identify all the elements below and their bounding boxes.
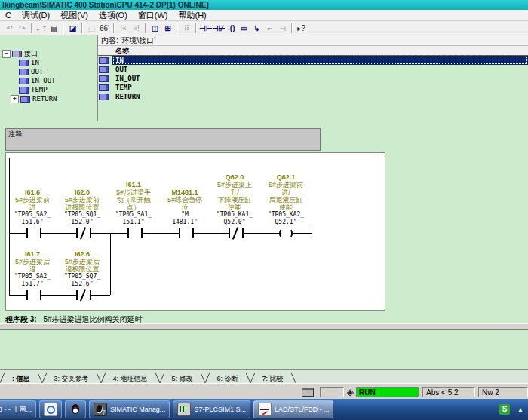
operand-comment-line: 进 <box>7 204 58 211</box>
no-contact-symbol[interactable] <box>179 228 194 238</box>
operand-address: I62.6 <box>57 250 108 258</box>
ladder-element-I61.1[interactable]: I61.15#步进梁手动（常开触点）"TP05_SA1_I51.1" <box>108 181 159 226</box>
goto-prev-error-icon[interactable]: !« <box>117 23 130 34</box>
tab-3[interactable]: 4: 地址信息 <box>101 373 160 384</box>
no-contact-symbol[interactable] <box>26 290 41 300</box>
menu-item-0[interactable]: C <box>0 10 17 20</box>
lad-icon <box>258 403 272 416</box>
network-title: 5#步进梁进退比例阀关闭延时 <box>43 315 142 323</box>
coil-symbol[interactable] <box>279 228 293 238</box>
operand-symbol-line: 1481.1" <box>159 219 210 226</box>
title-bar[interactable]: lkingbeam\SIMATIC 400 Station\CPU 414-2 … <box>0 0 528 10</box>
expand-icon[interactable]: + <box>11 95 19 103</box>
cpu-mode-field: RUN <box>356 387 419 397</box>
table-row-temp[interactable]: TEMP <box>98 83 528 92</box>
tab-4[interactable]: 5: 修改 <box>160 373 205 384</box>
no-contact-symbol[interactable] <box>127 228 143 238</box>
ladder-element-Q62.0[interactable]: Q62.05#步进梁上升/下降液压缸使能"TP05_KA1_Q52.0" <box>209 173 260 226</box>
operand-comment-line: 5#步进梁后 <box>57 258 108 265</box>
row-name-cell: IN <box>112 56 528 65</box>
nc-slash <box>232 227 238 240</box>
nc-contact-symbol[interactable] <box>76 290 91 300</box>
menu-item-2[interactable]: 视图(V) <box>55 10 94 20</box>
insert-box-icon[interactable]: ▭ <box>238 23 250 34</box>
declaration-icon <box>99 84 109 91</box>
menu-item-5[interactable]: 帮助(H) <box>173 10 212 20</box>
ladder-element-M1481.1[interactable]: M1481.15#综合急停位"M1481.1" <box>159 189 210 226</box>
program-elements-icon[interactable]: ⬚ <box>85 23 98 34</box>
open-branch-icon[interactable]: ↳ <box>250 23 263 34</box>
table-row-in_out[interactable]: IN_OUT <box>98 74 528 83</box>
nc-contact-symbol[interactable] <box>229 228 244 238</box>
content-value: '环境\接口' <box>121 36 156 44</box>
taskbar-button-qq[interactable] <box>65 400 86 418</box>
declaration-icon <box>99 75 109 82</box>
operand-comment-line: 下降液压缸 <box>209 196 260 204</box>
declaration-icon <box>99 94 109 100</box>
taskbar-button-simatic[interactable]: SIMATIC Manag... <box>89 400 170 418</box>
monitor-glasses-icon[interactable]: 66' <box>98 23 111 34</box>
operand-symbol-line: "TP05_KA2_ <box>260 211 312 219</box>
operand-comment-line: 点） <box>108 204 159 211</box>
tree-item-return[interactable]: +RETURN <box>0 94 97 103</box>
horizontal-splitter[interactable] <box>0 323 528 330</box>
ladder-canvas[interactable]: I61.65#步进梁前进"TP05_SA2_I51.6"I62.05#步进梁前进… <box>5 152 385 311</box>
overview-view-icon[interactable]: ◫ <box>149 23 161 34</box>
insert-coil-icon[interactable]: -() <box>225 23 238 34</box>
detail-view-icon[interactable]: ⊞ <box>161 23 174 34</box>
menu-item-1[interactable]: 调试(D) <box>17 10 55 20</box>
ladder-element-I62.6[interactable]: I62.65#步进梁后退极限位置"TP05_SQ7_I52.6" <box>57 250 108 288</box>
taskbar-button-browser[interactable] <box>39 400 62 418</box>
tree-root-interface[interactable]: −接口 <box>0 49 97 58</box>
toolbar-separator <box>113 23 115 33</box>
ladder-element-I61.7[interactable]: I61.75#步进梁后退"TP05_SA2_I51.7" <box>7 250 58 288</box>
close-branch-icon[interactable]: ⌐ <box>263 23 276 34</box>
insert-no-contact-icon[interactable]: ⊣⊢ <box>199 23 212 34</box>
menu-item-3[interactable]: 选项(O) <box>94 10 133 20</box>
tab-5[interactable]: 6: 诊断 <box>205 373 250 384</box>
tab-2[interactable]: 3: 交叉参考 <box>42 373 101 384</box>
row-icon-cell <box>98 92 112 101</box>
comment-label: 注释: <box>8 130 24 138</box>
toolbar-separator <box>63 23 64 33</box>
download-icon[interactable]: ⇣⇡ <box>35 23 48 34</box>
print-icon[interactable]: ▤ <box>48 23 60 34</box>
tray-expand-arrow-icon[interactable]: ▲ <box>517 406 523 413</box>
operand-symbol-line: "TP05_SA1_ <box>108 211 159 219</box>
table-row-out[interactable]: OUT <box>98 65 528 74</box>
nc-slash <box>80 289 86 302</box>
table-row-return[interactable]: RETURN <box>98 92 528 101</box>
tab-6[interactable]: 7: 比较 <box>250 373 296 384</box>
taskbar-button-plcsim[interactable]: S7-PLCSIM1 S... <box>173 400 250 418</box>
network-comment-box[interactable]: 注释: <box>5 128 321 151</box>
symbol-info-icon[interactable]: ⠿ <box>180 23 193 34</box>
tab-1[interactable]: : 信息 <box>0 373 42 384</box>
table-row-in[interactable]: IN <box>98 56 528 65</box>
ladder-element-I62.0[interactable]: I62.05#步进梁前进极限位置"TP05_SQ1_I52.0" <box>57 189 108 226</box>
tree-item-in[interactable]: IN <box>0 58 97 67</box>
select-mode-icon[interactable]: ◪ <box>66 23 79 34</box>
operand-symbol-line: I51.1" <box>108 219 159 226</box>
operand-comment-line: 位 <box>159 204 210 211</box>
nc-contact-symbol[interactable] <box>76 228 91 238</box>
tray-s-icon[interactable]: S <box>499 404 510 415</box>
redo-icon[interactable]: ↷ <box>16 23 29 34</box>
taskbar-button-lad[interactable]: LAD/STL/FBD - ... <box>253 400 334 418</box>
tree-item-temp[interactable]: TEMP <box>0 85 97 94</box>
tree-item-in_out[interactable]: IN_OUT <box>0 76 97 85</box>
ladder-element-Q62.1[interactable]: Q62.15#步进梁前进/后退液压缸使能"TP05_KA2_Q52.1" <box>260 173 312 226</box>
menu-bar: C调试(D)视图(V)选项(O)窗口(W)帮助(H) <box>0 10 528 21</box>
tree-item-out[interactable]: OUT <box>0 67 97 76</box>
ladder-element-I61.6[interactable]: I61.65#步进梁前进"TP05_SA2_I51.6" <box>7 189 58 226</box>
taskbar-button-doc[interactable]: 3 - - 上网... <box>0 400 36 418</box>
collapse-icon[interactable]: − <box>2 50 11 58</box>
help-cursor-icon[interactable]: ▸? <box>295 23 308 34</box>
insert-rail-icon[interactable]: ⊣ <box>276 23 289 34</box>
insert-nc-contact-icon[interactable]: ⊣⊬ <box>212 23 225 34</box>
operand-symbol-line: I52.6" <box>57 281 108 288</box>
menu-item-4[interactable]: 窗口(W) <box>133 10 173 20</box>
goto-next-error-icon[interactable]: »! <box>130 23 143 34</box>
undo-icon[interactable]: ↶ <box>3 23 16 34</box>
operand-symbol-line: I51.6" <box>7 219 58 226</box>
no-contact-symbol[interactable] <box>26 228 41 238</box>
